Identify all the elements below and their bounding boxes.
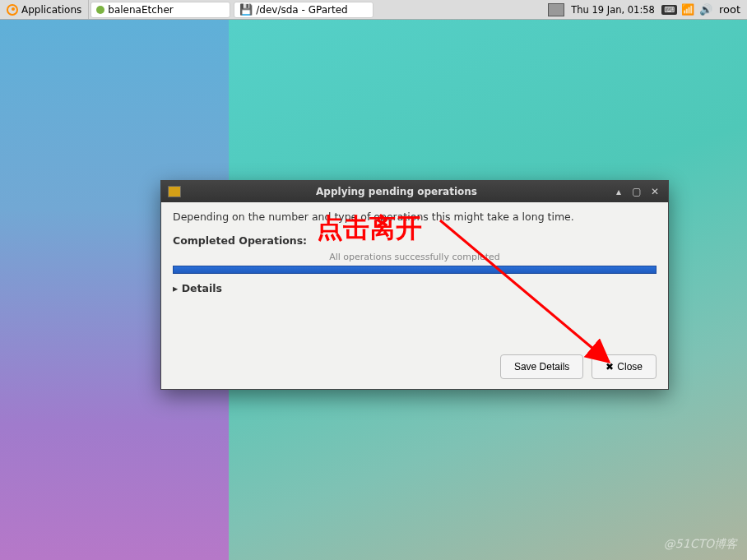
watermark: @51CTO博客 — [664, 537, 737, 552]
desktop-taskbar: Applications balenaEtcher 💾 /dev/sda - G… — [0, 0, 747, 20]
clock[interactable]: Thu 19 Jan, 01:58 — [566, 4, 660, 16]
dialog-app-icon — [168, 186, 181, 197]
dialog-up-icon[interactable]: ▴ — [612, 185, 625, 198]
details-toggle[interactable]: ▸ Details — [173, 282, 657, 294]
applications-label: Applications — [21, 4, 81, 16]
taskbar-item-balena[interactable]: balenaEtcher — [90, 2, 230, 18]
gparted-icon: 💾 — [239, 3, 253, 16]
applications-menu[interactable]: Applications — [0, 0, 89, 19]
balena-icon — [96, 6, 104, 14]
close-icon: ✖ — [605, 361, 614, 373]
close-button[interactable]: ✖Close — [592, 354, 657, 379]
network-icon[interactable]: 📶 — [680, 2, 696, 17]
operation-status: All operations successfully completed — [173, 252, 657, 262]
annotation-text: 点击离开 — [317, 211, 422, 247]
dialog-title: Applying pending operations — [181, 186, 612, 197]
save-details-button[interactable]: Save Details — [500, 354, 583, 379]
progress-bar — [173, 266, 657, 274]
triangle-right-icon: ▸ — [173, 282, 182, 294]
dialog-titlebar[interactable]: Applying pending operations ▴ ▢ ✕ — [161, 181, 668, 202]
taskbar-item-label: /dev/sda - GParted — [256, 4, 347, 16]
dialog-close-icon[interactable]: ✕ — [648, 185, 661, 198]
applications-icon — [7, 4, 18, 16]
user-menu[interactable]: root — [716, 2, 744, 17]
keyboard-indicator[interactable]: ⌨ — [661, 2, 678, 17]
taskbar-item-label: balenaEtcher — [108, 4, 173, 16]
dialog-maximize-icon[interactable]: ▢ — [630, 185, 643, 198]
taskbar-item-gparted[interactable]: 💾 /dev/sda - GParted — [234, 2, 374, 18]
volume-icon[interactable]: 🔊 — [698, 2, 714, 17]
tray-window-icon[interactable] — [548, 2, 564, 17]
